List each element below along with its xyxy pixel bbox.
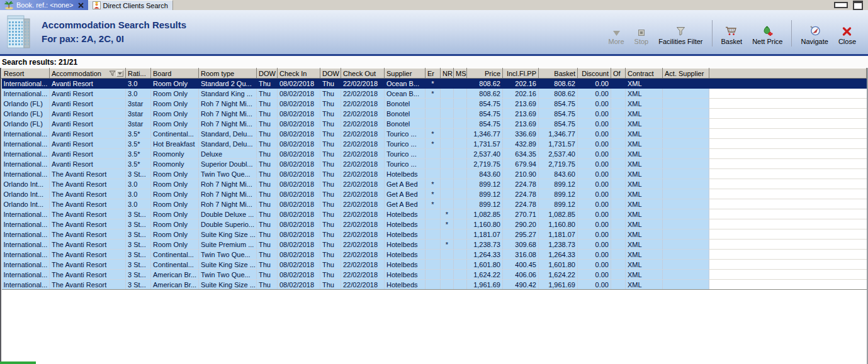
room_type-cell[interactable]: Roh 7 Night Mi... [199, 189, 257, 199]
dow_out-cell[interactable]: Thu [320, 79, 341, 89]
room_type-cell[interactable]: Suite King Size ... [199, 229, 257, 240]
er-cell[interactable] [426, 109, 441, 119]
price-cell[interactable]: 1,731.57 [467, 139, 503, 149]
incl_fl_pp-cell[interactable]: 210.90 [503, 169, 539, 179]
check_in-cell[interactable]: 08/02/2018 [278, 149, 320, 159]
table-row[interactable]: Orlando (FL)Avanti Resort3starRoom OnlyR… [2, 109, 867, 119]
incl_fl_pp-cell[interactable]: 290.20 [503, 219, 539, 229]
supplier-cell[interactable]: Ocean B... [385, 79, 426, 89]
discount-cell[interactable]: 0.00 [578, 109, 611, 119]
nr-cell[interactable] [441, 229, 454, 240]
dow_in-cell[interactable]: Thu [257, 79, 278, 89]
accommodation-cell[interactable]: The Avanti Resort [50, 179, 126, 189]
basket-cell[interactable]: 899.12 [539, 179, 578, 189]
check_in-cell[interactable]: 08/02/2018 [278, 270, 320, 280]
resort-cell[interactable]: International... [2, 250, 50, 260]
table-row[interactable]: Orlando Int...The Avanti Resort3.0Room O… [2, 199, 867, 209]
act_supplier-cell[interactable] [663, 109, 709, 119]
rating-cell[interactable]: 3 St... [126, 229, 151, 240]
check_out-cell[interactable]: 22/02/2018 [341, 129, 385, 139]
rating-cell[interactable]: 3 St... [126, 169, 151, 179]
check_in-cell[interactable]: 08/02/2018 [278, 169, 320, 179]
board-cell[interactable]: Continental... [151, 129, 199, 139]
check_out-cell[interactable]: 22/02/2018 [341, 250, 385, 260]
column-header-supplier[interactable]: Supplier [385, 69, 426, 79]
nr-cell[interactable] [441, 270, 454, 280]
dow_out-cell[interactable]: Thu [320, 149, 341, 159]
er-cell[interactable] [426, 119, 441, 129]
resort-cell[interactable]: International... [2, 240, 50, 250]
act_supplier-cell[interactable] [663, 270, 709, 280]
of-cell[interactable] [611, 159, 626, 169]
dow_in-cell[interactable]: Thu [257, 240, 278, 250]
dow_out-cell[interactable]: Thu [320, 179, 341, 189]
check_in-cell[interactable]: 08/02/2018 [278, 250, 320, 260]
check_out-cell[interactable]: 22/02/2018 [341, 260, 385, 270]
dow_in-cell[interactable]: Thu [257, 129, 278, 139]
table-row[interactable]: International...Avanti Resort3.5*Hot Bre… [2, 139, 867, 149]
discount-cell[interactable]: 0.00 [578, 159, 611, 169]
check_out-cell[interactable]: 22/02/2018 [341, 270, 385, 280]
accommodation-cell[interactable]: The Avanti Resort [50, 240, 126, 250]
resort-cell[interactable]: International... [2, 219, 50, 229]
basket-cell[interactable]: 854.75 [539, 99, 578, 109]
accommodation-cell[interactable]: Avanti Resort [50, 139, 126, 149]
dow_out-cell[interactable]: Thu [320, 99, 341, 109]
price-cell[interactable]: 808.62 [467, 79, 503, 89]
check_in-cell[interactable]: 08/02/2018 [278, 280, 320, 290]
discount-cell[interactable]: 0.00 [578, 149, 611, 159]
incl_fl_pp-cell[interactable]: 490.42 [503, 280, 539, 290]
room_type-cell[interactable]: Roh 7 Night Mi... [199, 179, 257, 189]
dow_out-cell[interactable]: Thu [320, 209, 341, 219]
price-cell[interactable]: 899.12 [467, 199, 503, 209]
incl_fl_pp-cell[interactable]: 213.69 [503, 99, 539, 109]
er-cell[interactable] [426, 280, 441, 290]
nr-cell[interactable]: * [441, 240, 454, 250]
discount-cell[interactable]: 0.00 [578, 229, 611, 240]
price-cell[interactable]: 1,601.80 [467, 260, 503, 270]
check_in-cell[interactable]: 08/02/2018 [278, 179, 320, 189]
table-row[interactable]: Orlando Int...The Avanti Resort3.0Room O… [2, 189, 867, 199]
er-cell[interactable]: * [426, 199, 441, 209]
facilities-filter-button[interactable]: Facilities Filter [654, 18, 707, 47]
supplier-cell[interactable]: Ocean B... [385, 89, 426, 99]
table-row[interactable]: International...The Avanti Resort3 St...… [2, 280, 867, 290]
dow_in-cell[interactable]: Thu [257, 229, 278, 240]
board-cell[interactable]: Room Only [151, 199, 199, 209]
incl_fl_pp-cell[interactable]: 224.78 [503, 189, 539, 199]
accommodation-cell[interactable]: Avanti Resort [50, 79, 126, 89]
ms-cell[interactable] [454, 79, 467, 89]
of-cell[interactable] [611, 209, 626, 219]
column-filter-funnel-icon[interactable] [109, 70, 116, 77]
check_out-cell[interactable]: 22/02/2018 [341, 219, 385, 229]
discount-cell[interactable]: 0.00 [578, 89, 611, 99]
incl_fl_pp-cell[interactable]: 316.08 [503, 250, 539, 260]
check_out-cell[interactable]: 22/02/2018 [341, 229, 385, 240]
of-cell[interactable] [611, 189, 626, 199]
check_in-cell[interactable]: 08/02/2018 [278, 139, 320, 149]
room_type-cell[interactable]: Standard 2 Qu... [199, 79, 257, 89]
column-header-room_type[interactable]: Room type [199, 69, 257, 79]
room_type-cell[interactable]: Double Superio... [199, 219, 257, 229]
ms-cell[interactable] [454, 169, 467, 179]
table-row[interactable]: International...The Avanti Resort3 St...… [2, 260, 867, 270]
nr-cell[interactable] [441, 260, 454, 270]
basket-cell[interactable]: 1,160.80 [539, 219, 578, 229]
check_in-cell[interactable]: 08/02/2018 [278, 79, 320, 89]
supplier-cell[interactable]: Get A Bed [385, 199, 426, 209]
contract-cell[interactable]: XML [626, 250, 663, 260]
check_out-cell[interactable]: 22/02/2018 [341, 209, 385, 219]
price-cell[interactable]: 1,181.07 [467, 229, 503, 240]
supplier-cell[interactable]: Get A Bed [385, 179, 426, 189]
table-row[interactable]: International...The Avanti Resort3 St...… [2, 270, 867, 280]
price-cell[interactable]: 2,719.75 [467, 159, 503, 169]
board-cell[interactable]: American Br... [151, 270, 199, 280]
nr-cell[interactable] [441, 189, 454, 199]
dow_out-cell[interactable]: Thu [320, 260, 341, 270]
room_type-cell[interactable]: Standard, Delu... [199, 139, 257, 149]
of-cell[interactable] [611, 149, 626, 159]
nr-cell[interactable] [441, 99, 454, 109]
tab-booking-ref[interactable]: Book. ref.: <none> [0, 0, 88, 10]
er-cell[interactable] [426, 250, 441, 260]
basket-cell[interactable]: 1,961.69 [539, 280, 578, 290]
